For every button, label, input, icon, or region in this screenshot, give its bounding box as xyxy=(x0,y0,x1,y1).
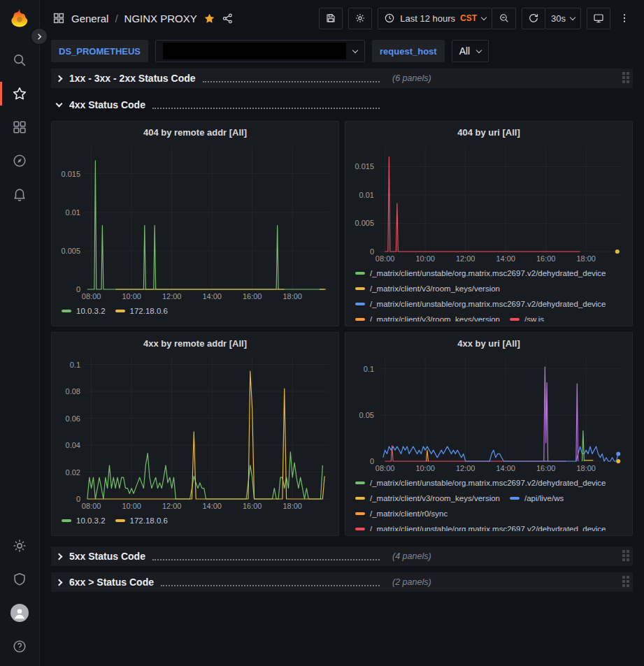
grafana-app: General / NGINX PROXY xyxy=(0,0,644,666)
legend-swatch-icon xyxy=(115,519,125,522)
row-drag-handle[interactable] xyxy=(622,576,629,587)
save-button[interactable] xyxy=(319,8,343,29)
panel-title[interactable]: 404 by uri [All] xyxy=(351,126,627,141)
avatar xyxy=(10,604,29,622)
request-host-variable-label[interactable]: request_host xyxy=(372,40,445,62)
row-6xx[interactable]: 6xx > Status Code (2 panels) xyxy=(51,572,633,592)
sidebar-item-server-admin[interactable] xyxy=(0,563,40,596)
legend-item[interactable]: 10.0.3.2 xyxy=(62,303,106,319)
sidebar-item-dashboards[interactable] xyxy=(0,110,40,144)
datasource-variable-dropdown[interactable] xyxy=(155,40,365,62)
legend-swatch-icon xyxy=(115,310,125,312)
svg-text:12:00: 12:00 xyxy=(456,254,475,263)
sidebar-item-configuration[interactable] xyxy=(0,529,40,563)
time-range-picker[interactable]: Last 12 hours CST xyxy=(378,8,492,29)
dashboard-body: 1xx - 3xx - 2xx Status Code (6 panels) 4… xyxy=(40,66,644,666)
refresh-button[interactable] xyxy=(522,8,545,29)
sidebar-expand-button[interactable] xyxy=(30,27,48,45)
sidebar-item-help[interactable] xyxy=(0,630,40,663)
chevron-down-icon xyxy=(481,14,487,20)
cycle-view-mode-button[interactable] xyxy=(587,8,610,29)
row-1xx-3xx-2xx[interactable]: 1xx - 3xx - 2xx Status Code (6 panels) xyxy=(51,68,633,88)
chevron-down-icon xyxy=(56,101,63,108)
legend-item[interactable]: /sw.js xyxy=(510,312,544,321)
legend-label: /_matrix/client/r0/sync xyxy=(370,506,448,521)
sidebar-item-profile[interactable] xyxy=(0,596,40,630)
zoom-out-icon xyxy=(499,13,510,24)
legend-item[interactable]: /_matrix/client/v3/room_keys/version xyxy=(355,281,500,296)
chart-404-by-remote-addr[interactable]: 08:0010:0012:0014:0016:0018:0000.0050.01… xyxy=(57,141,334,302)
refresh-interval-picker[interactable]: 30s xyxy=(545,8,581,29)
breadcrumb: General / NGINX PROXY xyxy=(52,12,234,24)
chart-legend: 10.0.3.2172.18.0.6 xyxy=(57,302,333,321)
panel-title[interactable]: 4xx by uri [All] xyxy=(351,337,627,352)
legend-item[interactable]: /_matrix/client/unstable/org.matrix.msc2… xyxy=(355,266,606,281)
chart-4xx-by-remote-addr[interactable]: 08:0010:0012:0014:0016:0018:0000.020.040… xyxy=(57,352,334,512)
chart-404-by-uri[interactable]: 08:0010:0012:0014:0016:0018:0000.0050.01… xyxy=(351,141,628,264)
legend-swatch-icon xyxy=(355,318,365,321)
row-panel-count: (4 panels) xyxy=(392,551,431,561)
chevron-down-icon xyxy=(570,14,575,20)
legend-label: 10.0.3.2 xyxy=(76,303,106,319)
row-title[interactable]: 1xx - 3xx - 2xx Status Code xyxy=(69,73,196,84)
chart-4xx-by-uri[interactable]: 08:0010:0012:0014:0016:0018:0000.050.1 xyxy=(351,352,628,474)
legend-item[interactable]: /_matrix/client/v3/room_keys/version xyxy=(355,312,500,321)
legend-item[interactable]: /_matrix/client/r0/sync xyxy=(355,506,448,521)
sidebar-item-explore[interactable] xyxy=(0,144,40,178)
svg-text:18:00: 18:00 xyxy=(282,502,302,510)
legend-item[interactable]: /_matrix/client/unstable/org.matrix.msc2… xyxy=(355,475,606,491)
request-host-variable-dropdown[interactable]: All xyxy=(452,40,489,62)
panel-title[interactable]: 404 by remote addr [All] xyxy=(57,126,333,141)
row-drag-handle[interactable] xyxy=(622,550,629,561)
dotted-leader xyxy=(152,101,380,109)
legend-item[interactable]: 10.0.3.2 xyxy=(62,513,106,528)
svg-text:0: 0 xyxy=(370,457,374,465)
sidebar-item-search[interactable] xyxy=(0,43,40,77)
legend-swatch-icon xyxy=(510,497,520,500)
dashboard-settings-button[interactable] xyxy=(348,8,372,29)
svg-text:08:00: 08:00 xyxy=(82,502,101,510)
legend-item[interactable]: /api/live/ws xyxy=(510,491,564,506)
legend-item[interactable]: 172.18.0.6 xyxy=(115,303,168,319)
sidebar-item-starred[interactable] xyxy=(0,77,40,110)
svg-text:14:00: 14:00 xyxy=(496,464,515,472)
zoom-out-button[interactable] xyxy=(492,8,516,29)
row-title[interactable]: 6xx > Status Code xyxy=(69,577,154,588)
row-panel-count: (6 panels) xyxy=(392,73,431,83)
legend-item[interactable]: 172.18.0.6 xyxy=(115,513,168,528)
legend-swatch-icon xyxy=(355,287,365,290)
share-icon[interactable] xyxy=(222,13,234,24)
row-5xx[interactable]: 5xx Status Code (4 panels) xyxy=(51,546,633,566)
svg-text:0: 0 xyxy=(76,495,80,503)
breadcrumb-section[interactable]: General xyxy=(71,13,108,24)
legend-item[interactable]: /_matrix/client/unstable/org.matrix.msc2… xyxy=(355,521,606,531)
panel-404-by-remote-addr: 404 by remote addr [All] 08:0010:0012:00… xyxy=(51,121,339,326)
toolbar: Last 12 hours CST 30s xyxy=(319,8,633,29)
datasource-variable-label[interactable]: DS_PROMETHEUS xyxy=(51,40,148,62)
person-icon xyxy=(12,605,27,621)
chevron-right-icon xyxy=(36,33,43,41)
row-title[interactable]: 5xx Status Code xyxy=(69,551,145,562)
panel-grid: 404 by remote addr [All] 08:0010:0012:00… xyxy=(51,121,633,536)
row-drag-handle[interactable] xyxy=(622,72,629,83)
svg-text:0.08: 0.08 xyxy=(66,387,80,396)
favorite-star-icon[interactable] xyxy=(203,13,215,24)
gear-icon xyxy=(12,538,27,553)
more-options-button[interactable] xyxy=(616,8,633,29)
panel-title[interactable]: 4xx by remote addr [All] xyxy=(57,337,333,352)
legend-swatch-icon xyxy=(355,482,365,484)
svg-text:18:00: 18:00 xyxy=(576,464,596,472)
svg-text:0: 0 xyxy=(76,285,80,294)
legend-item[interactable]: /_matrix/client/v3/room_keys/version xyxy=(355,491,500,506)
legend-item[interactable]: /_matrix/client/unstable/org.matrix.msc2… xyxy=(355,296,606,312)
shield-icon xyxy=(12,572,27,587)
legend-label: /_matrix/client/unstable/org.matrix.msc2… xyxy=(370,266,606,281)
row-title[interactable]: 4xx Status Code xyxy=(69,99,145,110)
row-4xx[interactable]: 4xx Status Code xyxy=(51,95,633,115)
legend-label: /_matrix/client/v3/room_keys/version xyxy=(370,312,500,321)
dashboards-grid-icon[interactable] xyxy=(52,12,65,24)
legend-swatch-icon xyxy=(355,497,365,500)
svg-text:0.06: 0.06 xyxy=(66,414,80,423)
legend-swatch-icon xyxy=(62,519,71,522)
sidebar-item-alerting[interactable] xyxy=(0,178,40,211)
